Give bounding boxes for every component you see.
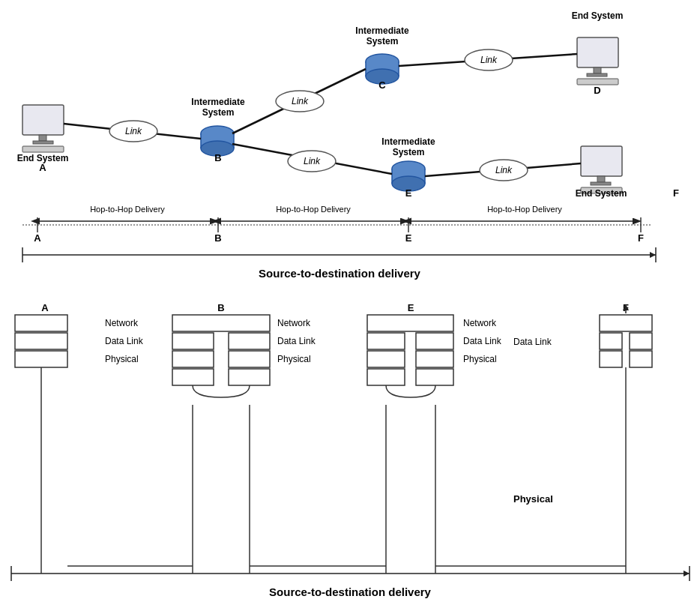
svg-text:Physical: Physical — [463, 354, 497, 364]
svg-rect-86 — [172, 333, 214, 349]
svg-text:Hop-to-Hop Delivery: Hop-to-Hop Delivery — [276, 205, 351, 214]
svg-text:A: A — [41, 302, 49, 313]
svg-rect-7 — [201, 133, 234, 148]
svg-point-53 — [288, 151, 336, 172]
svg-text:Link: Link — [304, 156, 321, 166]
svg-text:F: F — [623, 302, 629, 313]
svg-rect-0 — [22, 105, 64, 135]
svg-line-45 — [232, 144, 392, 174]
svg-text:Physical: Physical — [277, 354, 311, 364]
svg-line-42 — [64, 124, 201, 139]
svg-text:Data Link: Data Link — [513, 337, 552, 347]
svg-text:E: E — [405, 232, 412, 244]
svg-text:Source-to-destination delivery: Source-to-destination delivery — [269, 586, 432, 598]
svg-text:D: D — [594, 85, 600, 96]
svg-rect-82 — [15, 351, 67, 367]
svg-rect-88 — [172, 351, 214, 367]
svg-rect-24 — [587, 73, 607, 76]
svg-rect-25 — [577, 79, 618, 85]
svg-rect-22 — [577, 37, 618, 67]
svg-text:Network: Network — [463, 318, 497, 328]
svg-text:F: F — [638, 232, 644, 244]
svg-text:E: E — [405, 187, 412, 199]
svg-rect-89 — [229, 351, 270, 367]
svg-rect-15 — [366, 61, 399, 76]
svg-rect-96 — [367, 315, 453, 331]
network-diagram-svg: End System A Intermediate System B Inter… — [0, 0, 700, 602]
svg-text:Physical: Physical — [105, 354, 139, 364]
svg-rect-29 — [392, 169, 425, 184]
svg-rect-87 — [229, 333, 270, 349]
svg-rect-97 — [367, 333, 405, 349]
svg-rect-100 — [416, 351, 453, 367]
svg-line-44 — [399, 54, 577, 66]
svg-text:Link: Link — [480, 55, 498, 65]
svg-text:E: E — [408, 302, 414, 313]
svg-text:End System: End System — [576, 188, 627, 199]
svg-text:Data Link: Data Link — [105, 336, 144, 346]
svg-point-28 — [392, 161, 425, 176]
svg-text:Intermediate: Intermediate — [381, 136, 435, 147]
svg-line-43 — [232, 69, 366, 133]
svg-rect-2 — [33, 141, 53, 144]
svg-point-47 — [109, 121, 157, 142]
svg-marker-75 — [650, 252, 656, 258]
svg-rect-39 — [581, 187, 622, 193]
svg-point-6 — [201, 126, 234, 141]
svg-text:Physical: Physical — [513, 493, 553, 505]
svg-text:B: B — [214, 232, 221, 244]
svg-rect-78 — [15, 315, 67, 331]
svg-text:Network: Network — [277, 318, 311, 328]
svg-rect-99 — [367, 351, 405, 367]
svg-point-8 — [201, 141, 234, 156]
svg-rect-110 — [600, 351, 622, 367]
svg-rect-3 — [22, 146, 64, 152]
svg-text:Source-to-destination delivery: Source-to-destination delivery — [259, 267, 421, 280]
svg-text:A: A — [39, 162, 46, 173]
svg-rect-102 — [416, 369, 453, 385]
svg-rect-90 — [172, 369, 214, 385]
svg-point-30 — [392, 176, 425, 191]
svg-text:System: System — [393, 147, 425, 157]
svg-text:Data Link: Data Link — [277, 336, 316, 346]
svg-text:Network: Network — [105, 318, 139, 328]
svg-text:Hop-to-Hop Delivery: Hop-to-Hop Delivery — [487, 205, 562, 214]
svg-point-14 — [366, 54, 399, 69]
svg-text:Hop-to-Hop Delivery: Hop-to-Hop Delivery — [90, 205, 165, 214]
svg-rect-36 — [581, 146, 622, 176]
svg-rect-98 — [416, 333, 453, 349]
svg-text:B: B — [214, 152, 221, 163]
svg-text:Intermediate: Intermediate — [355, 25, 409, 36]
svg-rect-107 — [600, 315, 652, 331]
svg-point-16 — [366, 69, 399, 84]
svg-text:Data Link: Data Link — [463, 336, 502, 346]
svg-text:Link: Link — [292, 96, 309, 106]
diagram-area: End System A Intermediate System B Inter… — [0, 0, 700, 602]
svg-line-46 — [425, 163, 581, 176]
svg-rect-101 — [367, 369, 405, 385]
svg-rect-91 — [229, 369, 270, 385]
svg-rect-111 — [630, 351, 652, 367]
svg-rect-80 — [15, 333, 67, 349]
svg-text:System: System — [366, 36, 399, 46]
svg-point-49 — [276, 91, 324, 112]
svg-marker-113 — [623, 304, 629, 310]
svg-text:Link: Link — [125, 126, 142, 136]
svg-text:Link: Link — [495, 165, 513, 175]
svg-rect-1 — [39, 135, 46, 141]
svg-text:Intermediate: Intermediate — [191, 97, 245, 107]
svg-text:End System: End System — [17, 153, 69, 163]
svg-rect-23 — [594, 67, 601, 73]
svg-text:A: A — [34, 232, 41, 244]
svg-point-51 — [465, 49, 513, 70]
svg-rect-108 — [600, 333, 622, 349]
svg-text:C: C — [378, 79, 386, 91]
svg-rect-109 — [630, 333, 652, 349]
svg-text:End System: End System — [572, 10, 624, 21]
svg-text:B: B — [217, 302, 224, 313]
svg-rect-38 — [591, 182, 611, 185]
svg-text:System: System — [202, 107, 235, 118]
svg-rect-37 — [597, 176, 605, 182]
svg-rect-85 — [172, 315, 270, 331]
svg-marker-117 — [684, 571, 690, 577]
